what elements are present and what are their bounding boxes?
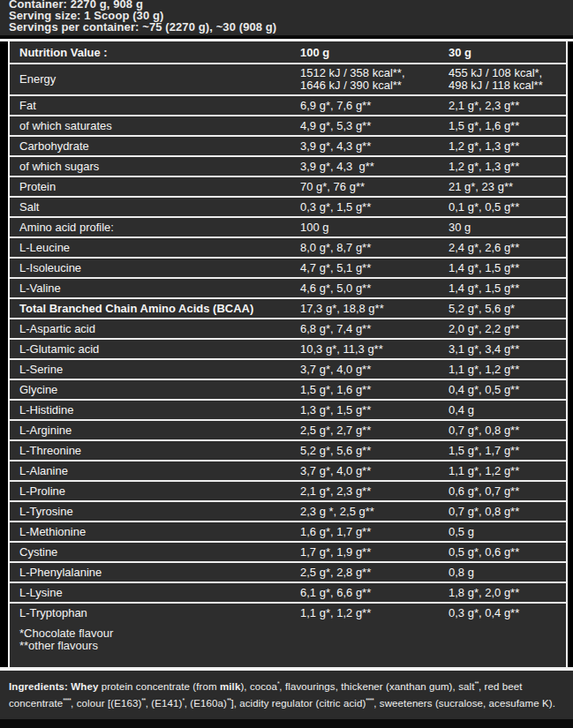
table-row: L-Glutamic acid10,3 g*, 11,3 g**3,1 g*, … — [10, 340, 566, 360]
value-100g: 2,1 g*, 2,3 g** — [300, 484, 449, 498]
value-100g: 1512 kJ / 358 kcal**,1646 kJ / 390 kcal*… — [300, 64, 449, 94]
table-header-row: Nutrition Value : 100 g 30 g — [10, 41, 566, 64]
table-row: L-Tyrosine2,3 g *, 2,5 g**0,7 g*, 0,8 g*… — [10, 502, 566, 522]
row-label: Cystine — [19, 545, 300, 559]
table-row: L-Aspartic acid6,8 g*, 7,4 g**2,0 g*, 2,… — [10, 319, 566, 340]
row-label: L-Methionine — [19, 525, 300, 538]
table-row: L-Isoleucine4,7 g*, 5,1 g**1,4 g*, 1,5 g… — [10, 259, 566, 279]
header-nutrition-value: Nutrition Value : — [19, 46, 300, 59]
row-label: L-Phenylalanine — [19, 566, 300, 579]
row-label: L-Leucine — [19, 241, 300, 254]
ingredients-text: Ingredients: Whey protein concentrate (f… — [0, 671, 573, 719]
header-100g: 100 g — [300, 46, 449, 59]
row-label: L-Proline — [19, 484, 300, 498]
row-label: L-Aspartic acid — [19, 322, 300, 335]
value-30g: 0,1 g*, 0,5 g** — [449, 200, 566, 214]
value-100g: 1,6 g*, 1,7 g** — [300, 525, 449, 538]
value-30g: 455 kJ / 108 kcal*,498 kJ / 118 kcal** — [449, 64, 566, 94]
value-100g: 3,7 g*, 4,0 g** — [300, 363, 449, 376]
value-30g: 2,4 g*, 2,6 g** — [449, 241, 566, 254]
table-row: L-Arginine2,5 g*, 2,7 g**0,7 g*, 0,8 g** — [10, 421, 566, 441]
table-row: L-Histidine1,3 g*, 1,5 g**0,4 g — [10, 401, 566, 421]
table-row: L-Lysine6,1 g*, 6,6 g**1,8 g*, 2,0 g** — [10, 583, 566, 604]
row-label: L-Glutamic acid — [19, 342, 300, 356]
table-row: Total Branched Chain Amino Acids (BCAA)1… — [10, 299, 566, 319]
table-row: L-Proline2,1 g*, 2,3 g**0,6 g*, 0,7 g** — [10, 482, 566, 502]
row-label: Fat — [19, 99, 300, 112]
table-body: Energy1512 kJ / 358 kcal**,1646 kJ / 390… — [10, 64, 566, 622]
note-chocolate-flavour: *Chocolate flavour — [19, 627, 566, 640]
value-100g: 2,3 g *, 2,5 g** — [300, 505, 449, 518]
row-label: of which saturates — [19, 119, 300, 132]
value-30g: 30 g — [449, 221, 566, 234]
value-30g: 0,8 g — [449, 566, 566, 579]
value-100g: 8,0 g*, 8,7 g** — [300, 241, 449, 254]
value-30g: 2,1 g*, 2,3 g** — [449, 99, 566, 112]
row-label: Protein — [19, 180, 300, 193]
header-30g: 30 g — [449, 46, 566, 59]
table-row: Protein70 g*, 76 g**21 g*, 23 g** — [10, 177, 566, 198]
table-row: Salt0,3 g*, 1,5 g**0,1 g*, 0,5 g** — [10, 198, 566, 218]
bottom-strip — [0, 719, 573, 728]
value-100g: 4,7 g*, 5,1 g** — [300, 261, 449, 274]
row-label: L-Lysine — [19, 586, 300, 599]
value-100g: 1,3 g*, 1,5 g** — [300, 403, 449, 417]
value-100g: 4,6 g*, 5,0 g** — [300, 281, 449, 295]
value-100g: 1,1 g*, 1,2 g** — [300, 606, 449, 619]
value-30g: 3,1 g*, 3,4 g** — [449, 342, 566, 356]
value-30g: 1,4 g*, 1,5 g** — [449, 281, 566, 295]
value-30g: 2,0 g*, 2,2 g** — [449, 322, 566, 335]
table-row: L-Serine3,7 g*, 4,0 g**1,1 g*, 1,2 g** — [10, 360, 566, 380]
value-30g: 1,2 g*, 1,3 g** — [449, 160, 566, 173]
value-30g: 0,5 g*, 0,6 g** — [449, 545, 566, 559]
value-100g: 10,3 g*, 11,3 g** — [300, 342, 449, 356]
value-30g: 0,3 g*, 0,4 g** — [449, 606, 566, 619]
row-label: of which sugars — [19, 160, 300, 173]
value-30g: 0,6 g*, 0,7 g** — [449, 484, 566, 498]
table-row: Glycine1,5 g*, 1,6 g**0,4 g*, 0,5 g** — [10, 380, 566, 401]
row-label: L-Isoleucine — [19, 261, 300, 274]
value-100g: 6,8 g*, 7,4 g** — [300, 322, 449, 335]
value-30g: 1,1 g*, 1,2 g** — [449, 464, 566, 477]
value-100g: 3,7 g*, 4,0 g** — [300, 464, 449, 477]
row-label: Salt — [19, 200, 300, 214]
servings-per-container-line: Servings per container: ~75 (2270 g), ~3… — [9, 21, 573, 33]
table-row: L-Tryptophan1,1 g*, 1,2 g**0,3 g*, 0,4 g… — [10, 604, 566, 622]
value-100g: 6,1 g*, 6,6 g** — [300, 586, 449, 599]
table-row: L-Phenylalanine2,5 g*, 2,8 g**0,8 g — [10, 563, 566, 583]
row-label: L-Threonine — [19, 444, 300, 457]
value-100g: 6,9 g*, 7,6 g** — [300, 99, 449, 112]
value-30g: 5,2 g*, 5,6 g* — [449, 302, 566, 315]
row-label: L-Histidine — [19, 403, 300, 417]
value-30g: 1,1 g*, 1,2 g** — [449, 363, 566, 376]
value-100g: 0,3 g*, 1,5 g** — [300, 200, 449, 214]
table-row: Cystine1,7 g*, 1,9 g**0,5 g*, 0,6 g** — [10, 543, 566, 563]
value-100g: 1,5 g*, 1,6 g** — [300, 383, 449, 396]
value-100g: 4,9 g*, 5,3 g** — [300, 119, 449, 132]
value-30g: 1,8 g*, 2,0 g** — [449, 586, 566, 599]
table-row: Carbohydrate3,9 g*, 4,3 g**1,2 g*, 1,3 g… — [10, 137, 566, 157]
value-100g: 70 g*, 76 g** — [300, 180, 449, 193]
table-row: L-Valine4,6 g*, 5,0 g**1,4 g*, 1,5 g** — [10, 279, 566, 299]
value-30g: 0,7 g*, 0,8 g** — [449, 424, 566, 437]
value-100g: 2,5 g*, 2,8 g** — [300, 566, 449, 579]
row-label: Energy — [19, 71, 300, 88]
row-label: Glycine — [19, 383, 300, 396]
table-row: L-Threonine5,2 g*, 5,6 g**1,5 g*, 1,7 g*… — [10, 441, 566, 462]
value-30g: 21 g*, 23 g** — [449, 180, 566, 193]
note-other-flavours: **other flavours — [19, 640, 566, 652]
row-label: L-Arginine — [19, 424, 300, 437]
table-row: Amino acid profile:100 g30 g — [10, 218, 566, 238]
value-100g: 2,5 g*, 2,7 g** — [300, 424, 449, 437]
row-label: Carbohydrate — [19, 139, 300, 153]
value-100g: 100 g — [300, 221, 449, 234]
table-row: L-Alanine3,7 g*, 4,0 g**1,1 g*, 1,2 g** — [10, 462, 566, 482]
value-30g: 1,5 g*, 1,7 g** — [449, 444, 566, 457]
table-row: of which saturates4,9 g*, 5,3 g**1,5 g*,… — [10, 116, 566, 137]
value-30g: 1,5 g*, 1,6 g** — [449, 119, 566, 132]
row-label: L-Serine — [19, 363, 300, 376]
container-info-band: Container: 2270 g, 908 g Serving size: 1… — [0, 0, 573, 35]
value-100g: 3,9 g*, 4,3 g** — [300, 160, 449, 173]
value-30g: 0,5 g — [449, 525, 566, 538]
table-row: L-Leucine8,0 g*, 8,7 g**2,4 g*, 2,6 g** — [10, 238, 566, 259]
